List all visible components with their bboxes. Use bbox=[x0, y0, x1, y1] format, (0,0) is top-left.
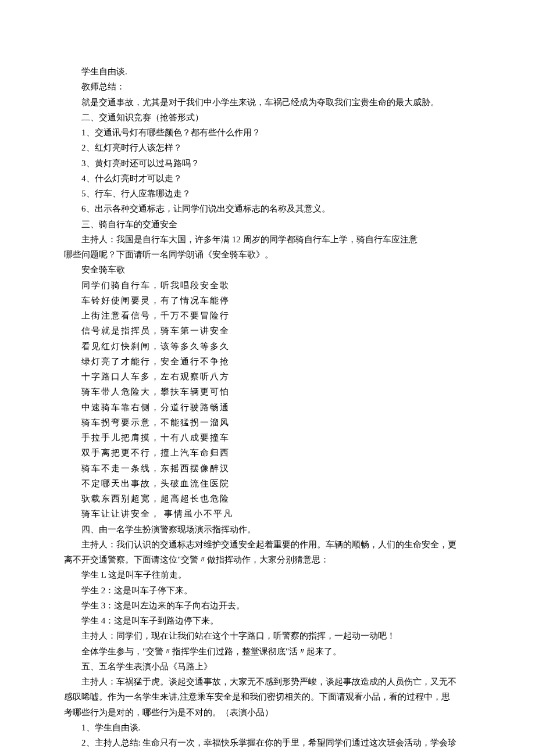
document-page: 学生自由谈. 教师总结： 就是交通事故，尤其是对于我们中小学生来说，车祸己经成为… bbox=[0, 0, 535, 756]
paragraph: 主持人：我国是自行车大国，许多年满 12 周岁的同学都骑自行车上学，骑自行车应注… bbox=[64, 232, 471, 247]
poem-line: 骑车拐弯要示意，不能猛拐一溜风 bbox=[64, 415, 471, 430]
paragraph: 二、交通知识竞赛（抢答形式） bbox=[64, 110, 471, 125]
paragraph: 就是交通事故，尤其是对于我们中小学生来说，车祸己经成为夺取我们宝贵生命的最大威胁… bbox=[64, 95, 471, 110]
paragraph: 学生 L 这是叫车子往前走。 bbox=[64, 567, 471, 582]
paragraph: 1、交通讯号灯有哪些颜色？都有些什么作用？ bbox=[64, 125, 471, 140]
poem-line: 骑车带人危险大，攀扶车辆更可怕 bbox=[64, 384, 471, 399]
paragraph: 主持人：我们认识的交通标志对维护交通安全起着重要的作用。车辆的顺畅，人们的生命安… bbox=[64, 537, 471, 552]
poem-line: 中速骑车靠右侧，分道行驶路畅通 bbox=[64, 400, 471, 415]
paragraph: 教师总结： bbox=[64, 79, 471, 94]
paragraph: 6、出示各种交通标志，让同学们说出交通标志的名称及其意义。 bbox=[64, 201, 471, 216]
poem-line: 双手离把更不行，撞上汽车命归西 bbox=[64, 445, 471, 460]
paragraph: 感叹唏嘘。作为一名学生来讲,注意乘车安全是和我们密切相关的。下面请观看小品，看的… bbox=[64, 689, 471, 704]
paragraph: 三、骑自行车的交通安全 bbox=[64, 217, 471, 232]
paragraph: 4、什么灯亮时才可以走？ bbox=[64, 171, 471, 186]
paragraph: 学生 2：这是叫车子停下来。 bbox=[64, 583, 471, 598]
poem-line: 十字路口人车多，左右观察听八方 bbox=[64, 369, 471, 384]
paragraph: 5、行车、行人应靠哪边走？ bbox=[64, 186, 471, 201]
paragraph: 2、红灯亮时行人该怎样？ bbox=[64, 140, 471, 155]
paragraph: 考哪些行为是对的，哪些行为是不对的。（表演小品） bbox=[64, 705, 471, 720]
paragraph: 学生自由谈. bbox=[64, 64, 471, 79]
paragraph: 1、学生自由谈. bbox=[64, 720, 471, 735]
paragraph: 五、五名学生表演小品《马路上》 bbox=[64, 659, 471, 674]
poem-line: 同学们骑自行车，听我唱段安全歌 bbox=[64, 278, 471, 293]
poem-line: 不定哪天出事故，头破血流住医院 bbox=[64, 476, 471, 491]
poem-line: 信号就是指挥员，骑车第一讲安全 bbox=[64, 323, 471, 338]
poem-line: 车铃好使闸要灵，有了情况车能停 bbox=[64, 293, 471, 308]
paragraph: 全体学生参与，"交警〃指挥学生们过路，整堂课彻底"活〃起来了。 bbox=[64, 644, 471, 659]
paragraph: 学生 3：这是叫左边来的车子向右边开去。 bbox=[64, 598, 471, 613]
poem-line: 骑车让让讲安全， 事情虽小不平凡 bbox=[64, 506, 471, 521]
paragraph: 主持人：车祸猛于虎。谈起交通事故，大家无不感到形势严峻，谈起事故造成的人员伤亡，… bbox=[64, 674, 471, 689]
poem-line: 驮载东西别超宽，超高超长也危险 bbox=[64, 491, 471, 506]
paragraph: 3、黄灯亮时还可以过马路吗？ bbox=[64, 156, 471, 171]
poem-line: 看见红灯快刹闸，该等多久等多久 bbox=[64, 339, 471, 354]
poem-line: 绿灯亮了才能行，安全通行不争抢 bbox=[64, 354, 471, 369]
paragraph: 学生 4：这是叫车子到路边停下来。 bbox=[64, 613, 471, 628]
paragraph: 主持人：同学们，现在让我们站在这个十字路口，听警察的指挥，一起动一动吧！ bbox=[64, 628, 471, 643]
paragraph: 四、由一名学生扮演警察现场演示指挥动作。 bbox=[64, 522, 471, 537]
paragraph: 2、主持人总结: 生命只有一次，幸福快乐掌握在你的手里，希望同学们通过这次班会活… bbox=[64, 735, 471, 750]
poem-title: 安全骑车歌 bbox=[64, 262, 471, 277]
poem-line: 手拉手儿把肩摸，十有八成要撞车 bbox=[64, 430, 471, 445]
paragraph: 离不开交通警察。下面请这位"交警〃做指挥动作，大家分别猜意思： bbox=[64, 552, 471, 567]
poem-line: 骑车不走一条线，东摇西摆像醉汉 bbox=[64, 461, 471, 476]
poem-line: 上街注意看信号，千万不要冒险行 bbox=[64, 308, 471, 323]
paragraph: 哪些问题呢？下面请听一名同学朗诵《安全骑车歌》。 bbox=[64, 247, 471, 262]
